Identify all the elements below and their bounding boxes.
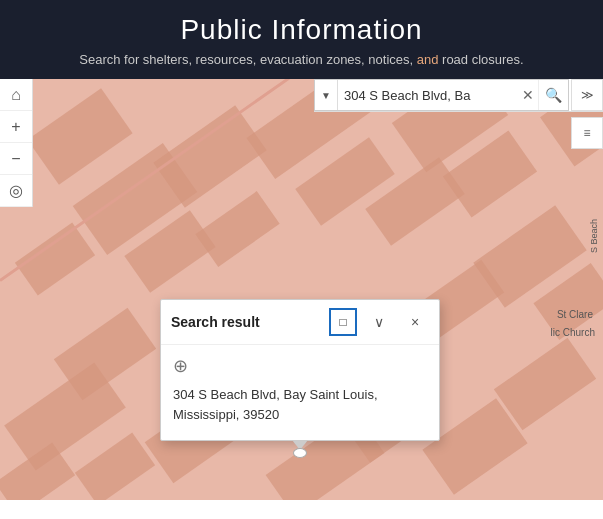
location-button[interactable]: ◎ (0, 175, 32, 207)
map-label-saint-clare: St Clare (557, 309, 593, 320)
page-subtitle: Search for shelters, resources, evacuati… (20, 52, 583, 67)
zoom-in-button[interactable]: + (0, 111, 32, 143)
map-left-toolbar: ⌂ + − ◎ (0, 79, 33, 207)
search-clear-button[interactable]: ✕ (518, 87, 538, 103)
popup-close-button[interactable]: × (401, 308, 429, 336)
map-label-church: lic Church (551, 327, 595, 338)
popup-address-line2: Mississippi, 39520 (173, 407, 279, 422)
home-button[interactable]: ⌂ (0, 79, 32, 111)
page-title: Public Information (20, 14, 583, 46)
map-container[interactable]: St Clare lic Church S Beach ⌂ + − ◎ ▼ ✕ … (0, 79, 603, 500)
map-label-beach: S Beach (589, 219, 599, 253)
expand-button[interactable]: ≫ (571, 79, 603, 111)
popup-title: Search result (171, 314, 321, 330)
popup-address-line1: 304 S Beach Blvd, Bay Saint Louis, (173, 387, 378, 402)
map-top-toolbar: ▼ ✕ 🔍 ≫ (314, 79, 603, 112)
popup-address: 304 S Beach Blvd, Bay Saint Louis, Missi… (173, 385, 427, 424)
page-header: Public Information Search for shelters, … (0, 0, 603, 79)
search-input[interactable] (338, 88, 518, 103)
popup-header: Search result □ ∨ × (161, 300, 439, 345)
search-result-popup: Search result □ ∨ × ⊕ 304 S Beach Blvd, … (160, 299, 440, 441)
search-dropdown-button[interactable]: ▼ (315, 80, 338, 110)
popup-body: ⊕ 304 S Beach Blvd, Bay Saint Louis, Mis… (161, 345, 439, 440)
popup-location-pin (292, 440, 308, 458)
zoom-out-button[interactable]: − (0, 143, 32, 175)
map-right-toolbar: ≡ (569, 117, 603, 149)
subtitle-before: Search for shelters, resources, evacuati… (79, 52, 413, 67)
subtitle-after: road closures. (438, 52, 523, 67)
popup-search-icon: ⊕ (173, 355, 427, 377)
menu-button[interactable]: ≡ (571, 117, 603, 149)
subtitle-and: and (413, 52, 438, 67)
search-go-button[interactable]: 🔍 (538, 80, 568, 110)
popup-expand-button[interactable]: □ (329, 308, 357, 336)
popup-collapse-button[interactable]: ∨ (365, 308, 393, 336)
search-bar: ▼ ✕ 🔍 (314, 79, 569, 111)
